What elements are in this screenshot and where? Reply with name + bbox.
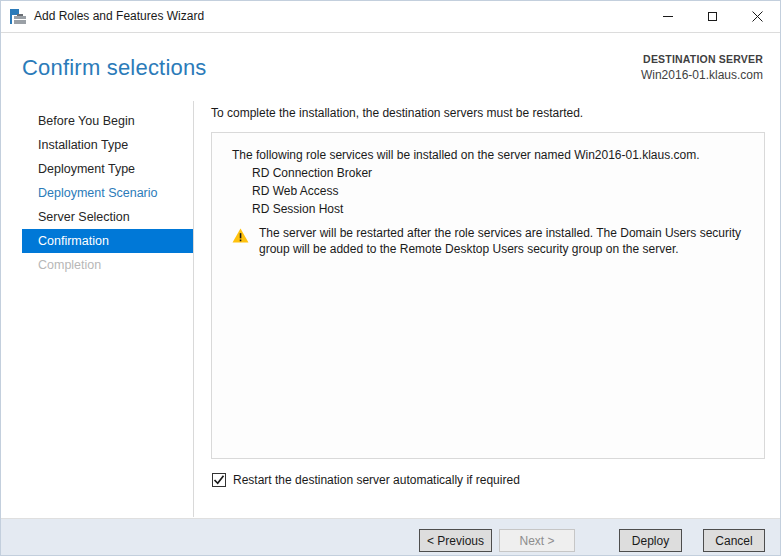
- cancel-button[interactable]: Cancel: [703, 529, 765, 552]
- role-service-item: RD Connection Broker: [232, 164, 744, 182]
- sidebar-divider: [193, 101, 194, 517]
- add-roles-features-wizard-window: Add Roles and Features Wizard Confirm se…: [0, 0, 781, 556]
- window-title: Add Roles and Features Wizard: [34, 9, 204, 23]
- role-service-item: RD Session Host: [232, 200, 744, 218]
- previous-button[interactable]: < Previous: [419, 529, 492, 552]
- close-icon: [752, 11, 763, 22]
- intro-text: To complete the installation, the destin…: [211, 106, 583, 120]
- close-button[interactable]: [735, 1, 780, 32]
- deploy-button[interactable]: Deploy: [619, 529, 682, 552]
- next-button: Next >: [499, 529, 575, 552]
- restart-warning: The server will be restarted after the r…: [232, 225, 744, 257]
- restart-checkbox-label[interactable]: Restart the destination server automatic…: [233, 473, 520, 487]
- warning-icon: [232, 228, 249, 257]
- maximize-button[interactable]: [690, 1, 735, 32]
- minimize-button[interactable]: [645, 1, 690, 32]
- sidebar-item-confirmation[interactable]: Confirmation: [22, 229, 193, 253]
- wizard-steps-sidebar: Before You Begin Installation Type Deplo…: [1, 109, 193, 277]
- destination-server-label: DESTINATION SERVER: [641, 53, 763, 65]
- sidebar-item-deployment-scenario[interactable]: Deployment Scenario: [22, 181, 193, 205]
- sidebar-item-installation-type[interactable]: Installation Type: [22, 133, 193, 157]
- checkmark-icon: [213, 474, 225, 486]
- destination-server-name: Win2016-01.klaus.com: [641, 68, 763, 82]
- restart-checkbox[interactable]: [212, 473, 226, 487]
- page-title: Confirm selections: [22, 55, 207, 81]
- warning-text: The server will be restarted after the r…: [259, 225, 741, 257]
- summary-lead-text: The following role services will be inst…: [232, 146, 744, 164]
- title-bar: Add Roles and Features Wizard: [1, 1, 780, 33]
- sidebar-item-completion: Completion: [22, 253, 193, 277]
- minimize-icon: [663, 16, 673, 17]
- confirmation-summary-box: The following role services will be inst…: [211, 132, 765, 459]
- sidebar-item-deployment-type[interactable]: Deployment Type: [22, 157, 193, 181]
- sidebar-item-server-selection[interactable]: Server Selection: [22, 205, 193, 229]
- role-service-item: RD Web Access: [232, 182, 744, 200]
- maximize-icon: [708, 12, 717, 21]
- roles-wizard-icon: [10, 9, 27, 25]
- sidebar-item-before-you-begin[interactable]: Before You Begin: [22, 109, 193, 133]
- destination-server-block: DESTINATION SERVER Win2016-01.klaus.com: [641, 53, 763, 82]
- wizard-footer: < Previous Next > Deploy Cancel: [1, 518, 780, 556]
- restart-option-row: Restart the destination server automatic…: [212, 473, 520, 487]
